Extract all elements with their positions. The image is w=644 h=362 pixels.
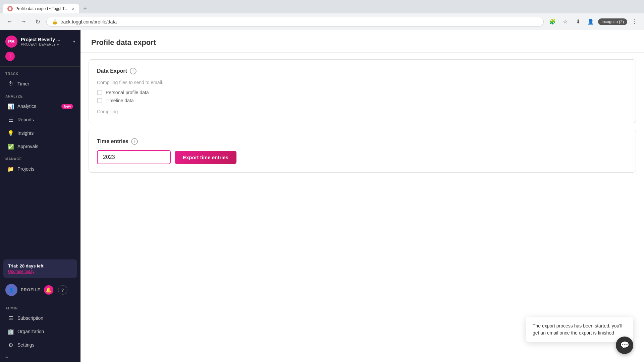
notification-button[interactable]: 🔔 [44, 285, 53, 295]
tab-bar: Profile data export • Toggl Trac... × + [0, 0, 644, 13]
projects-label: Projects [17, 166, 73, 172]
profile-avatar[interactable]: 👤 [5, 284, 17, 296]
browser-toolbar: ← → ↻ 🔒 track.toggl.com/profile/data 🧩 ☆… [0, 13, 644, 30]
svg-point-0 [9, 7, 11, 10]
bookmark-button[interactable]: ☆ [560, 16, 571, 27]
browser-actions: 🧩 ☆ ⬇ 👤 Incognito (2) ⋮ [547, 16, 640, 27]
time-entries-card: Time entries i Export time entries [89, 130, 636, 173]
divider-2 [0, 301, 80, 301]
browser-chrome: Profile data export • Toggl Trac... × + … [0, 0, 644, 30]
card-title-row: Data Export i [97, 68, 628, 74]
menu-button[interactable]: ⋮ [629, 16, 640, 27]
compiling-btn-row: Compiling [97, 109, 628, 115]
toggl-logo-icon: T [5, 52, 15, 61]
analytics-label: Analytics [17, 104, 58, 109]
approvals-label: Approvals [17, 144, 73, 149]
time-entries-title: Time entries [97, 138, 128, 144]
new-tab-button[interactable]: + [80, 4, 90, 13]
timer-label: Timer [17, 81, 73, 86]
workspace-icon: PB [5, 36, 17, 48]
chat-button[interactable]: 💬 [616, 337, 633, 354]
sidebar-item-reports[interactable]: ☰ Reports [2, 113, 78, 126]
sidebar-logo-row: T [0, 50, 80, 65]
profile-button[interactable]: 👤 [585, 16, 596, 27]
track-section-label: TRACK [0, 68, 80, 77]
page-title: Profile data export [91, 38, 633, 47]
tab-favicon [7, 6, 13, 11]
analyze-section-label: ANALYZE [0, 90, 80, 100]
analytics-new-badge: New [61, 104, 73, 109]
personal-profile-checkbox[interactable] [97, 90, 102, 95]
manage-section-label: MANAGE [0, 153, 80, 162]
sidebar-item-organization[interactable]: 🏢 Organization [2, 325, 78, 338]
tab-close-icon[interactable]: × [72, 6, 74, 11]
main-content: Profile data export Data Export i Compil… [80, 30, 644, 362]
workspace-name: Project Beverly ... [21, 37, 70, 42]
data-export-title: Data Export [97, 68, 127, 74]
projects-icon: 📁 [7, 166, 14, 172]
download-button[interactable]: ⬇ [573, 16, 583, 27]
help-button[interactable]: ? [58, 285, 67, 295]
settings-icon: ⚙ [7, 342, 14, 348]
analytics-icon: 📊 [7, 103, 14, 110]
timeline-label: Timeline data [106, 98, 134, 103]
input-row: Export time entries [97, 150, 628, 164]
lock-icon: 🔒 [52, 19, 58, 24]
incognito-badge: Incognito (2) [598, 18, 627, 25]
sidebar: PB Project Beverly ... PROJECT BEVERLY H… [0, 30, 80, 362]
export-toast: The export process has been started, you… [526, 317, 633, 342]
sidebar-item-subscription[interactable]: ☰ Subscription [2, 312, 78, 324]
reports-label: Reports [17, 117, 73, 122]
settings-label: Settings [17, 342, 73, 348]
trial-title: Trial: 28 days left [8, 263, 72, 268]
profile-row: 👤 PROFILE 🔔 ? [0, 281, 80, 299]
timer-icon: ⏱ [7, 80, 14, 87]
personal-profile-row: Personal profile data [97, 90, 628, 95]
divider-1 [0, 66, 80, 67]
sidebar-item-settings[interactable]: ⚙ Settings [2, 339, 78, 351]
insights-icon: 💡 [7, 130, 14, 136]
sidebar-item-timer[interactable]: ⏱ Timer [2, 77, 78, 90]
time-entries-title-row: Time entries i [97, 138, 628, 145]
tab-title: Profile data export • Toggl Trac... [15, 6, 69, 11]
sidebar-item-projects[interactable]: 📁 Projects [2, 163, 78, 175]
workspace-dropdown-icon: ▾ [73, 39, 75, 44]
organization-label: Organization [17, 329, 73, 334]
main-body: Data Export i Compiling files to send to… [80, 53, 644, 362]
admin-section-label: ADMIN [0, 302, 80, 311]
timeline-row: Timeline data [97, 98, 628, 103]
organization-icon: 🏢 [7, 328, 14, 335]
active-tab[interactable]: Profile data export • Toggl Trac... × [3, 4, 79, 13]
workspace-header[interactable]: PB Project Beverly ... PROJECT BEVERLY H… [0, 30, 80, 50]
subscription-label: Subscription [17, 315, 73, 321]
chat-icon: 💬 [620, 341, 629, 350]
year-input[interactable] [97, 150, 171, 164]
sidebar-item-approvals[interactable]: ✅ Approvals [2, 140, 78, 153]
compiling-text: Compiling files to send to email... [97, 80, 628, 85]
extensions-button[interactable]: 🧩 [547, 16, 558, 27]
sidebar-spacer [0, 176, 80, 257]
timeline-checkbox[interactable] [97, 98, 102, 103]
workspace-sub: PROJECT BEVERLY HI... [21, 42, 70, 46]
forward-button[interactable]: → [18, 16, 29, 27]
collapse-button[interactable]: ≡ [0, 352, 80, 362]
sidebar-item-analytics[interactable]: 📊 Analytics New [2, 100, 78, 113]
subscription-icon: ☰ [7, 315, 14, 321]
export-time-entries-button[interactable]: Export time entries [175, 151, 236, 164]
personal-profile-label: Personal profile data [106, 90, 149, 95]
trial-box: Trial: 28 days left Upgrade today [3, 259, 77, 278]
app-layout: PB Project Beverly ... PROJECT BEVERLY H… [0, 30, 644, 362]
refresh-button[interactable]: ↻ [32, 16, 43, 27]
back-button[interactable]: ← [4, 16, 15, 27]
data-export-info-icon[interactable]: i [130, 68, 137, 74]
time-entries-info-icon[interactable]: i [131, 138, 138, 145]
reports-icon: ☰ [7, 116, 14, 123]
sidebar-item-insights[interactable]: 💡 Insights [2, 127, 78, 139]
collapse-icon: ≡ [5, 354, 8, 359]
data-export-card: Data Export i Compiling files to send to… [89, 59, 636, 123]
main-header: Profile data export [80, 30, 644, 53]
profile-label: PROFILE [21, 288, 41, 292]
address-bar[interactable]: 🔒 track.toggl.com/profile/data [46, 17, 544, 27]
workspace-info: Project Beverly ... PROJECT BEVERLY HI..… [21, 37, 70, 46]
upgrade-link[interactable]: Upgrade today [8, 269, 72, 274]
